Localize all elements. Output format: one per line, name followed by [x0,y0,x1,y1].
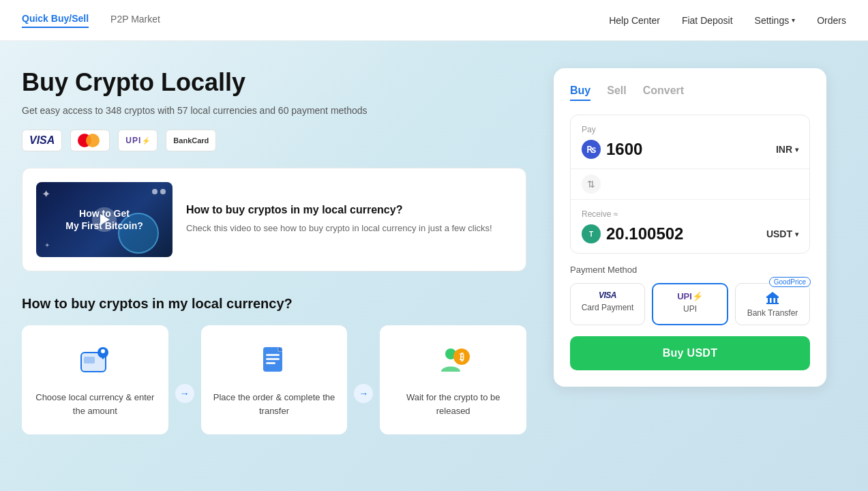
pay-label: Pay [582,125,798,134]
bankcard-logo: BankCard [173,136,209,145]
arrow-right-icon: → [175,384,194,403]
receive-currency-select[interactable]: USDT ▾ [766,228,798,239]
left-panel: Buy Crypto Locally Get easy access to 34… [22,68,526,434]
nav-settings-label: Settings [755,15,790,26]
payment-option-bank[interactable]: GoodPrice Bank Transfer [735,283,810,325]
rupee-icon: ₨ [582,140,601,159]
right-panel: Buy Sell Convert Pay ₨ 1600 INR [554,68,826,434]
card-payment-label: Card Payment [582,303,634,312]
pay-row: ₨ 1600 INR ▾ [582,140,798,159]
receive-input-row: T 20.100502 [582,224,683,243]
mastercard-logo [78,132,102,149]
nav-settings[interactable]: Settings ▾ [755,15,796,26]
video-thumbnail[interactable]: How to GetMy First Bitcoin? ✦ ✦ [36,182,173,257]
payment-method-section: Payment Method VISA Card Payment UPI⚡ UP… [570,265,810,325]
nav-left: Quick Buy/Sell P2P Market [22,13,160,28]
svg-rect-10 [266,362,275,364]
chevron-down-pay-icon: ▾ [795,146,798,153]
pay-currency-label: INR [776,144,792,155]
hero-subtitle: Get easy access to 348 cryptos with 57 l… [22,105,526,116]
play-button[interactable] [92,207,117,232]
play-icon [100,214,110,225]
nav-orders[interactable]: Orders [817,15,846,26]
nav-tab-p2p-market[interactable]: P2P Market [110,14,160,27]
video-description: Check this video to see how to buy crypt… [186,222,492,235]
swap-icon[interactable]: ⇅ [582,175,601,194]
pay-currency-select[interactable]: INR ▾ [776,144,798,155]
svg-marker-19 [766,292,779,297]
svg-rect-18 [766,303,779,304]
step-card-1: Choose local currency & enter the amount [22,325,168,434]
payment-icons: VISA UPI ⚡ BankCard [22,130,526,151]
step-3-label: Wait for the crypto to be released [391,391,515,417]
video-heading: How to buy cryptos in my local currency? [186,204,492,216]
receive-label: Receive ≈ [582,209,798,219]
chevron-down-receive-icon: ▾ [795,230,798,238]
tab-sell[interactable]: Sell [607,85,626,101]
svg-point-4 [101,349,105,353]
steps-row: Choose local currency & enter the amount… [22,325,526,434]
nav-help-center[interactable]: Help Center [609,15,660,26]
pay-input-row: ₨ 1600 [582,140,642,159]
step-card-3: ₿ Wait for the crypto to be released [380,325,526,434]
visa-logo: VISA [29,134,55,147]
video-dots [152,189,166,194]
svg-text:₿: ₿ [459,351,464,362]
svg-rect-16 [772,298,774,303]
bitcoin-person-icon: ₿ [434,342,473,380]
payment-options: VISA Card Payment UPI⚡ UPI GoodPrice [570,283,810,325]
exchange-section: Pay ₨ 1600 INR ▾ ⇅ [570,115,810,254]
upi-payment-label: UPI [683,304,697,314]
receive-amount: 20.100502 [606,224,683,243]
bank-icon [765,291,780,306]
pay-box: Pay ₨ 1600 INR ▾ [571,115,809,168]
svg-rect-17 [775,298,777,303]
receive-box: Receive ≈ T 20.100502 USDT ▾ [571,200,809,253]
wallet-pin-icon [77,343,113,378]
upi-pay-icon: UPI⚡ [677,291,703,301]
receive-currency-label: USDT [766,228,792,239]
svg-rect-14 [766,297,779,298]
nav-right: Help Center Fiat Deposit Settings ▾ Orde… [609,15,846,26]
buy-usdt-button[interactable]: Buy USDT [570,336,810,370]
nav-fiat-deposit[interactable]: Fiat Deposit [682,15,733,26]
step-3-icon: ₿ [434,342,473,380]
step-arrow-1: → [174,353,196,434]
step-card-2: Place the order & complete the transfer [201,325,348,434]
page-title: Buy Crypto Locally [22,68,526,97]
chevron-down-icon: ▾ [792,16,795,24]
payment-method-label: Payment Method [570,265,810,275]
mastercard-payment-icon [70,130,110,151]
good-price-badge: GoodPrice [769,277,811,287]
bankcard-payment-icon: BankCard [166,130,216,151]
step-arrow-2: → [353,353,374,434]
svg-point-5 [102,357,104,359]
payment-option-upi[interactable]: UPI⚡ UPI [652,283,728,325]
document-list-icon [256,343,292,378]
payment-option-card[interactable]: VISA Card Payment [570,283,645,325]
visa-pay-icon: VISA [599,291,616,300]
navigation: Quick Buy/Sell P2P Market Help Center Fi… [0,0,868,41]
video-card: How to GetMy First Bitcoin? ✦ ✦ How to b… [22,168,526,271]
swap-divider: ⇅ [571,168,809,200]
upi-logo: UPI [125,136,141,145]
star-icon: ✦ [42,188,50,200]
widget: Buy Sell Convert Pay ₨ 1600 INR [554,68,826,387]
tab-buy[interactable]: Buy [570,85,590,101]
tab-convert[interactable]: Convert [643,85,684,101]
pay-amount[interactable]: 1600 [606,140,642,159]
video-info: How to buy cryptos in my local currency?… [186,204,492,235]
upi-payment-icon: UPI ⚡ [118,130,158,151]
star-small-icon: ✦ [44,241,50,249]
main-layout: Buy Crypto Locally Get easy access to 34… [0,41,868,448]
step-1-icon [76,342,114,380]
widget-tabs: Buy Sell Convert [570,85,810,101]
step-2-icon [255,342,293,380]
svg-rect-9 [266,358,280,360]
nav-tab-quick-buy-sell[interactable]: Quick Buy/Sell [22,13,89,28]
visa-payment-icon: VISA [22,130,62,151]
bank-transfer-label: Bank Transfer [747,308,798,318]
arrow-right-2-icon: → [354,384,373,403]
svg-rect-15 [768,298,770,303]
svg-rect-2 [84,357,95,363]
